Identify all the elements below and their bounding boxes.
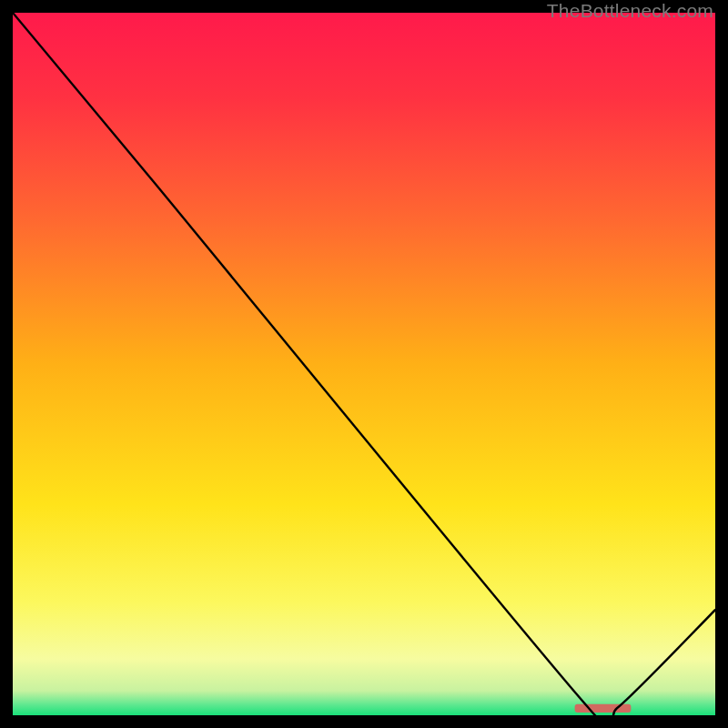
watermark-text: TheBottleneck.com — [547, 0, 713, 22]
chart-frame — [13, 13, 715, 715]
optimal-marker — [575, 704, 632, 713]
bottleneck-chart — [13, 13, 715, 715]
gradient-background — [13, 13, 715, 715]
